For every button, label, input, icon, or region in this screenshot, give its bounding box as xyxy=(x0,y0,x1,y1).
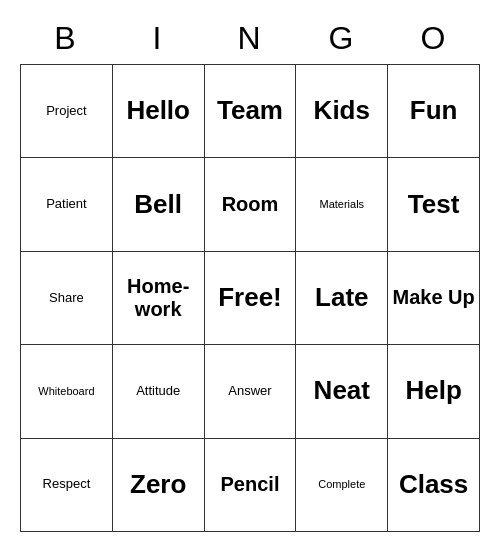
bingo-cell: Class xyxy=(388,439,480,532)
bingo-cell: Share xyxy=(21,252,113,345)
header-letter: N xyxy=(204,12,296,64)
bingo-cell: Room xyxy=(205,158,297,251)
bingo-card: BINGO ProjectHelloTeamKidsFunPatientBell… xyxy=(20,12,480,532)
bingo-cell: Attitude xyxy=(113,345,205,438)
bingo-grid: ProjectHelloTeamKidsFunPatientBellRoomMa… xyxy=(20,64,480,532)
bingo-cell: Fun xyxy=(388,65,480,158)
bingo-cell: Project xyxy=(21,65,113,158)
bingo-cell: Complete xyxy=(296,439,388,532)
bingo-cell: Help xyxy=(388,345,480,438)
bingo-cell: Neat xyxy=(296,345,388,438)
bingo-cell: Late xyxy=(296,252,388,345)
bingo-cell: Whiteboard xyxy=(21,345,113,438)
bingo-cell: Patient xyxy=(21,158,113,251)
bingo-header: BINGO xyxy=(20,12,480,64)
bingo-cell: Home-work xyxy=(113,252,205,345)
bingo-cell: Hello xyxy=(113,65,205,158)
header-letter: I xyxy=(112,12,204,64)
bingo-cell: Team xyxy=(205,65,297,158)
header-letter: G xyxy=(296,12,388,64)
bingo-cell: Bell xyxy=(113,158,205,251)
bingo-cell: Test xyxy=(388,158,480,251)
header-letter: B xyxy=(20,12,112,64)
bingo-cell: Answer xyxy=(205,345,297,438)
bingo-cell: Kids xyxy=(296,65,388,158)
bingo-cell: Materials xyxy=(296,158,388,251)
bingo-cell: Respect xyxy=(21,439,113,532)
header-letter: O xyxy=(388,12,480,64)
bingo-cell: Zero xyxy=(113,439,205,532)
bingo-cell: Make Up xyxy=(388,252,480,345)
bingo-cell: Free! xyxy=(205,252,297,345)
bingo-cell: Pencil xyxy=(205,439,297,532)
